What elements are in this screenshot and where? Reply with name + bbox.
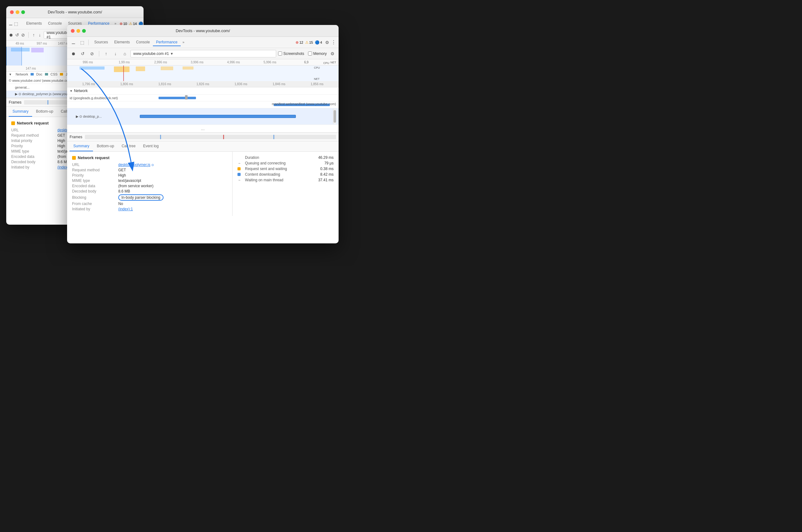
url-bar-front[interactable]: www.youtube.com #1 ▼ bbox=[130, 50, 276, 57]
home-icon-front[interactable]: ⌂ bbox=[121, 50, 129, 57]
detail-panel-left-front: Network request URL desktop_polymer.js ⊙… bbox=[67, 152, 232, 216]
scroll-thumb[interactable] bbox=[333, 110, 336, 122]
record-icon-front[interactable]: ⏺ bbox=[70, 50, 77, 57]
net-bar-area-2: manifest.webmanifest (www.youtube.com) bbox=[157, 103, 336, 107]
tab-summary-front[interactable]: Summary bbox=[70, 141, 93, 151]
title-bar-front: DevTools - www.youtube.com/ bbox=[67, 25, 339, 37]
memory-checkbox-front[interactable]: Memory bbox=[308, 52, 327, 56]
record-icon[interactable]: ⏺ bbox=[9, 31, 13, 39]
dur-row-queue: → Queuing and connecting 79 μs bbox=[237, 161, 333, 165]
tab-console-back[interactable]: Console bbox=[45, 20, 65, 27]
detail-encoded-front: Encoded data (from service worker) bbox=[72, 184, 227, 188]
toolbar-tabs-front: ⚊ ⬚ Sources Elements Console Performance… bbox=[67, 37, 339, 48]
download-icon-front[interactable]: ↓ bbox=[112, 50, 119, 57]
refresh-icon-front[interactable]: ↺ bbox=[79, 50, 87, 57]
ellipsis-separator: ... bbox=[67, 125, 339, 133]
checkbox-group-front: Screenshots Memory bbox=[278, 52, 327, 56]
traffic-lights-back bbox=[10, 10, 25, 14]
error-icon-front: ⊗ bbox=[295, 40, 299, 45]
url-dropdown-front[interactable]: ▼ bbox=[170, 52, 173, 56]
detail-mime-front: MIME type text/javascript bbox=[72, 178, 227, 183]
refresh-icon[interactable]: ↺ bbox=[15, 31, 19, 39]
clear-icon-front[interactable]: ⊘ bbox=[88, 50, 96, 57]
net-bar-area-3 bbox=[138, 114, 333, 118]
detail-initiated-front: Initiated by (index):1 bbox=[72, 207, 227, 211]
tab-bottomup-front[interactable]: Bottom-up bbox=[93, 141, 118, 151]
device-mode-icon-front[interactable]: ⬚ bbox=[78, 39, 86, 46]
traffic-lights-front bbox=[71, 29, 86, 33]
tab-sources-front[interactable]: Sources bbox=[91, 39, 111, 46]
arrow-icon-waiting: → bbox=[237, 178, 244, 182]
network-header-front: ▼ Network bbox=[67, 88, 339, 95]
devtools-inspect-icon-front[interactable]: ⚊ bbox=[70, 39, 77, 46]
blocking-badge: In-body parser blocking bbox=[118, 194, 164, 201]
dur-row-total: Duration 46.29 ms bbox=[237, 155, 333, 160]
dur-row-waiting: → Waiting on main thread 37.41 ms bbox=[237, 178, 333, 182]
tab-more-front[interactable]: » bbox=[181, 39, 186, 46]
badge-group-front: ⊗ 12 ⚠ 15 🔵 4 ⚙ ⋮ bbox=[295, 39, 336, 45]
detail-from-cache-front: From cache No bbox=[72, 202, 227, 206]
summary-tabs-front: Summary Bottom-up Call tree Event log bbox=[67, 141, 339, 152]
detail-priority-front: Priority High bbox=[72, 173, 227, 177]
device-mode-icon[interactable]: ⬚ bbox=[14, 20, 18, 27]
timeline-ruler-front: 996 ms 1,99 ms 2,996 ms 3,996 ms 4,996 m… bbox=[67, 59, 339, 65]
close-button[interactable] bbox=[10, 10, 14, 14]
tab-eventlog-front[interactable]: Event log bbox=[139, 141, 162, 151]
download-icon[interactable]: ↓ bbox=[38, 31, 42, 39]
screenshots-checkbox-front[interactable]: Screenshots bbox=[278, 52, 304, 56]
initiated-link-front[interactable]: (index):1 bbox=[118, 207, 133, 211]
dur-row-request: Request sent and waiting 0.38 ms bbox=[237, 167, 333, 171]
info-icon-front: 🔵 bbox=[315, 40, 320, 45]
frames-bar-front: Frames bbox=[67, 133, 339, 141]
window-title-back: DevTools - www.youtube.com/ bbox=[48, 10, 102, 14]
devtools-window-front: DevTools - www.youtube.com/ ⚊ ⬚ Sources … bbox=[67, 25, 339, 243]
clear-icon[interactable]: ⊘ bbox=[21, 31, 25, 39]
tab-elements-front[interactable]: Elements bbox=[111, 39, 133, 46]
tab-summary-back[interactable]: Summary bbox=[9, 107, 32, 117]
tab-bottomup-back[interactable]: Bottom-up bbox=[32, 107, 57, 117]
toolbar-url-front: ⏺ ↺ ⊘ ↑ ↓ ⌂ www.youtube.com #1 ▼ Screens… bbox=[67, 48, 339, 59]
minimize-button-front[interactable] bbox=[76, 29, 80, 33]
more-icon-front[interactable]: ⋮ bbox=[331, 39, 336, 45]
tab-performance-front[interactable]: Performance bbox=[153, 39, 181, 46]
detail-title-front: Network request bbox=[72, 155, 227, 160]
tab-bar-front: Sources Elements Console Performance » bbox=[91, 39, 186, 46]
window-title-front: DevTools - www.youtube.com/ bbox=[176, 28, 230, 33]
dur-row-content: Content downloading 8.42 ms bbox=[237, 172, 333, 177]
settings-toolbar-icon-front[interactable]: ⚙ bbox=[329, 50, 336, 57]
yellow-square-back bbox=[11, 121, 15, 125]
maximize-button-front[interactable] bbox=[82, 29, 86, 33]
upload-icon-front[interactable]: ↑ bbox=[102, 50, 110, 57]
title-bar-back: DevTools - www.youtube.com/ bbox=[6, 6, 144, 18]
sep-front bbox=[88, 40, 89, 45]
close-button-front[interactable] bbox=[71, 29, 75, 33]
settings-icon-front[interactable]: ⚙ bbox=[325, 40, 329, 45]
detail-method-front: Request method GET bbox=[72, 168, 227, 172]
detail-url-front: URL desktop_polymer.js ⊙ bbox=[72, 163, 227, 167]
network-row-2-front: manifest.webmanifest (www.youtube.com) bbox=[67, 101, 339, 108]
warning-icon-front: ⚠ bbox=[305, 40, 309, 45]
scroll-indicator bbox=[333, 109, 336, 124]
tab-console-front[interactable]: Console bbox=[133, 39, 153, 46]
tab-elements-back[interactable]: Elements bbox=[23, 20, 45, 27]
upload-icon[interactable]: ↑ bbox=[32, 31, 36, 39]
url-link-front[interactable]: desktop_polymer.js bbox=[118, 163, 150, 167]
network-row-1-front: id (googleads.g.doubleclick.net) bbox=[67, 95, 339, 101]
yellow-square-front bbox=[72, 156, 76, 160]
tab-calltree-front[interactable]: Call tree bbox=[118, 141, 139, 151]
detail-columns: Network request URL desktop_polymer.js ⊙… bbox=[67, 152, 339, 216]
ext-link-icon-front[interactable]: ⊙ bbox=[151, 163, 154, 167]
devtools-inspect-icon[interactable]: ⚊ bbox=[9, 20, 13, 27]
content-color-icon bbox=[237, 173, 241, 176]
maximize-button[interactable] bbox=[21, 10, 25, 14]
timeline-track-front: CPU NET bbox=[67, 65, 339, 81]
network-row-3-front: ▶ ⊙ desktop_p... bbox=[67, 108, 339, 125]
network-section-front: ▼ Network id (googleads.g.doubleclick.ne… bbox=[67, 88, 339, 125]
request-color-icon bbox=[237, 167, 241, 170]
sep2 bbox=[28, 32, 29, 38]
arrow-icon-queue: → bbox=[237, 161, 244, 165]
detail-decoded-front: Decoded body 8.6 MB bbox=[72, 189, 227, 193]
minimize-button[interactable] bbox=[16, 10, 19, 14]
frames-mini-bar-front bbox=[85, 135, 336, 139]
detail-blocking-front: Blocking In-body parser blocking bbox=[72, 194, 227, 201]
